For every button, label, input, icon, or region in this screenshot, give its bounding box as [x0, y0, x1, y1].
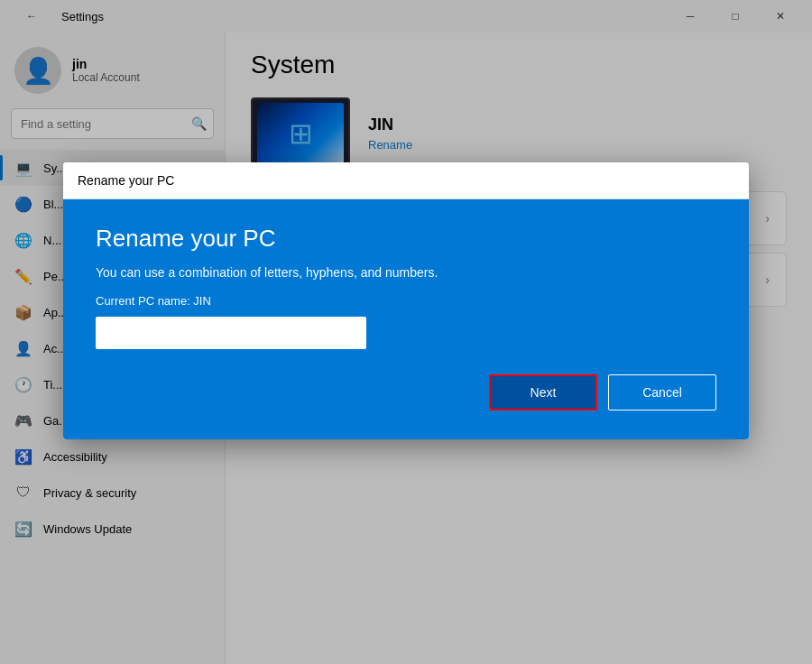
cancel-button[interactable]: Cancel	[608, 374, 716, 410]
dialog-body: Rename your PC You can use a combination…	[63, 199, 749, 439]
dialog-heading: Rename your PC	[96, 225, 716, 253]
dialog-titlebar: Rename your PC	[63, 162, 749, 199]
dialog-description: You can use a combination of letters, hy…	[96, 265, 716, 280]
dialog-buttons: Next Cancel	[96, 374, 716, 410]
rename-dialog: Rename your PC Rename your PC You can us…	[63, 162, 749, 439]
dialog-current-name: Current PC name: JIN	[96, 294, 716, 308]
next-button[interactable]: Next	[489, 374, 597, 410]
dialog-overlay: Rename your PC Rename your PC You can us…	[0, 0, 812, 664]
new-pc-name-input[interactable]	[96, 317, 366, 349]
